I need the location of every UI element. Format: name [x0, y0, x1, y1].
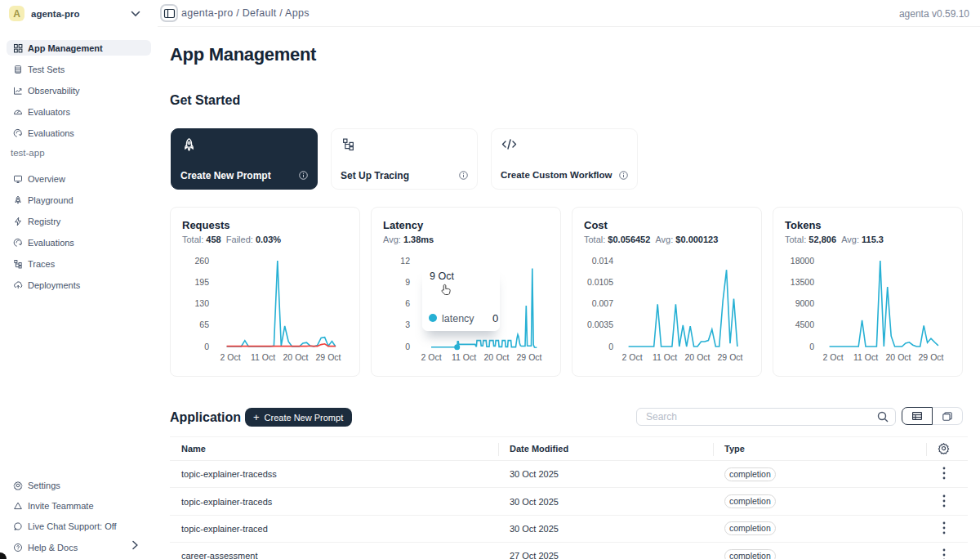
svg-text:6: 6 — [405, 298, 410, 308]
svg-text:11 Oct: 11 Oct — [452, 352, 476, 362]
svg-text:20 Oct: 20 Oct — [685, 352, 710, 362]
svg-text:9000: 9000 — [795, 298, 815, 308]
svg-text:20 Oct: 20 Oct — [484, 352, 510, 362]
svg-text:0.007: 0.007 — [592, 298, 613, 308]
svg-text:0: 0 — [204, 342, 209, 351]
svg-text:11 Oct: 11 Oct — [251, 352, 275, 362]
svg-text:13500: 13500 — [791, 277, 814, 287]
svg-text:195: 195 — [194, 277, 209, 287]
svg-text:9: 9 — [405, 277, 410, 287]
svg-text:11 Oct: 11 Oct — [853, 352, 878, 362]
svg-text:3: 3 — [405, 320, 410, 329]
svg-text:29 Oct: 29 Oct — [517, 352, 542, 362]
svg-text:29 Oct: 29 Oct — [718, 352, 743, 362]
svg-text:4500: 4500 — [795, 320, 815, 329]
svg-text:20 Oct: 20 Oct — [886, 352, 911, 362]
svg-text:11 Oct: 11 Oct — [653, 352, 677, 362]
svg-text:0: 0 — [405, 342, 410, 351]
svg-text:65: 65 — [199, 320, 209, 329]
svg-text:2 Oct: 2 Oct — [822, 352, 843, 362]
svg-text:0.014: 0.014 — [592, 256, 613, 266]
svg-text:2 Oct: 2 Oct — [220, 352, 240, 362]
svg-text:130: 130 — [194, 298, 209, 308]
svg-text:29 Oct: 29 Oct — [919, 352, 944, 362]
svg-text:0.0105: 0.0105 — [587, 277, 613, 287]
svg-text:20 Oct: 20 Oct — [283, 352, 309, 362]
svg-text:260: 260 — [194, 256, 209, 266]
svg-text:2 Oct: 2 Oct — [421, 352, 441, 362]
svg-text:2 Oct: 2 Oct — [621, 352, 642, 362]
svg-text:0.0035: 0.0035 — [587, 320, 613, 329]
svg-text:0: 0 — [809, 342, 814, 351]
svg-text:12: 12 — [400, 256, 410, 266]
svg-text:0: 0 — [608, 342, 613, 351]
svg-text:29 Oct: 29 Oct — [316, 352, 341, 362]
svg-text:18000: 18000 — [791, 256, 814, 266]
